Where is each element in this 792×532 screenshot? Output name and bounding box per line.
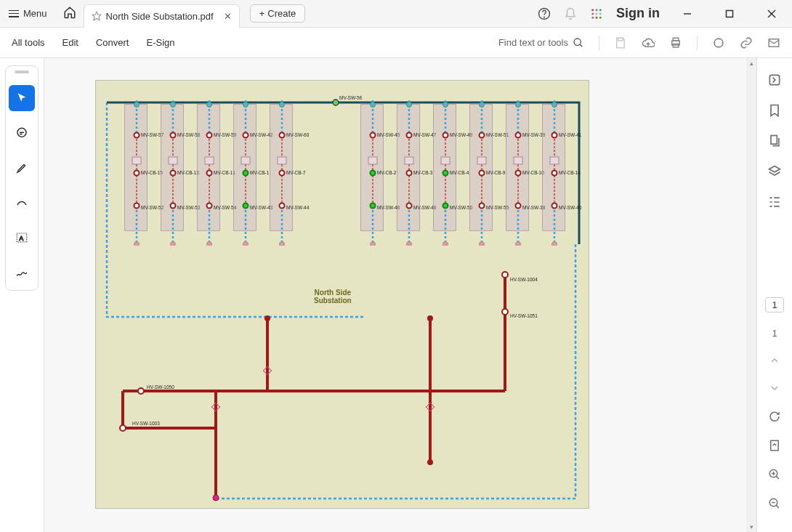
svg-point-47	[134, 242, 140, 246]
breaker-label: MV-CB-7	[286, 170, 305, 175]
bay: MV-SW-41 MV-CB-14 MV-SW-40	[542, 104, 565, 231]
svg-line-142	[776, 476, 779, 479]
bay: MV-SW-59 MV-CB-11 MV-SW-54	[197, 104, 220, 231]
maximize-button[interactable]	[715, 0, 744, 28]
switch-bot-label: MV-SW-44	[286, 205, 309, 210]
create-button[interactable]: + Create	[250, 4, 306, 23]
svg-point-82	[280, 203, 285, 209]
svg-point-87	[371, 102, 376, 108]
svg-rect-98	[405, 157, 413, 164]
svg-point-88	[371, 133, 376, 138]
page-up-icon[interactable]	[769, 355, 780, 366]
highlight-tool[interactable]	[9, 155, 35, 181]
tab-title: North Side Substation.pdf	[106, 11, 214, 22]
panel-handle[interactable]	[15, 70, 29, 73]
document-tab[interactable]: North Side Substation.pdf ✕	[84, 4, 240, 28]
edit-button[interactable]: Edit	[62, 37, 78, 48]
text-tool[interactable]: A	[9, 225, 35, 251]
svg-point-30	[502, 272, 508, 278]
pages-icon[interactable]	[767, 134, 782, 148]
svg-point-119	[480, 242, 485, 246]
svg-point-114	[480, 102, 485, 108]
divider	[697, 36, 698, 50]
layers-icon[interactable]	[767, 164, 782, 179]
breaker-label: MV-CB-11	[214, 170, 235, 175]
bay: MV-SW-42 MV-CB-1 MV-SW-43	[233, 104, 256, 231]
switch-top-label: MV-SW-60	[286, 132, 309, 137]
esign-button[interactable]: E-Sign	[146, 37, 174, 48]
zoom-out-icon[interactable]	[768, 497, 781, 510]
right-nav-rail: 1 1	[757, 58, 792, 532]
svg-point-74	[243, 242, 248, 246]
home-button[interactable]	[63, 6, 76, 21]
search-icon	[573, 37, 584, 49]
svg-point-43	[134, 133, 140, 138]
bell-icon[interactable]	[564, 7, 577, 20]
create-label: Create	[267, 8, 296, 19]
breaker-label: MV-CB-14	[559, 170, 581, 175]
link-icon[interactable]	[740, 36, 753, 49]
svg-point-28	[264, 315, 270, 321]
find-text-button[interactable]: Find text or tools	[498, 37, 584, 49]
svg-point-52	[171, 133, 176, 138]
sign-tool[interactable]	[9, 259, 35, 286]
svg-rect-53	[169, 157, 177, 164]
svg-marker-0	[92, 12, 101, 20]
svg-point-69	[243, 102, 248, 108]
svg-point-42	[134, 102, 140, 108]
breaker-label: MV-CB-9	[486, 170, 505, 175]
hv-switch-label: HV-SW-1051	[510, 313, 538, 318]
svg-point-127	[516, 203, 521, 209]
svg-point-99	[407, 171, 412, 176]
page-down-icon[interactable]	[769, 382, 780, 394]
svg-point-2	[544, 17, 545, 17]
scroll-down-icon[interactable]: ▾	[746, 522, 756, 532]
help-icon[interactable]	[538, 7, 551, 20]
scroll-up-icon[interactable]: ▴	[746, 58, 756, 68]
ai-icon[interactable]	[712, 36, 725, 49]
svg-point-100	[407, 203, 412, 209]
breaker-label: MV-CB-4	[450, 170, 469, 175]
rotate-icon[interactable]	[768, 410, 781, 423]
draw-tool[interactable]	[9, 190, 35, 216]
left-tool-rail: A	[0, 58, 44, 532]
svg-point-8	[599, 12, 602, 15]
vertical-scrollbar[interactable]: ▴ ▾	[746, 58, 756, 532]
switch-top-label: MV-SW-41	[559, 132, 581, 137]
page-number-input[interactable]: 1	[765, 297, 783, 313]
svg-point-105	[443, 102, 448, 108]
svg-rect-89	[368, 157, 377, 164]
titlebar: Menu North Side Substation.pdf ✕ + Creat…	[0, 0, 792, 28]
mail-icon[interactable]	[767, 36, 780, 49]
svg-point-124	[516, 133, 521, 138]
convert-button[interactable]: Convert	[96, 37, 129, 48]
bookmark-icon[interactable]	[767, 103, 782, 118]
svg-rect-20	[673, 38, 679, 41]
menu-button[interactable]: Menu	[0, 8, 56, 19]
all-tools-button[interactable]: All tools	[12, 37, 45, 48]
signin-button[interactable]: Sign in	[616, 6, 660, 21]
svg-point-46	[134, 203, 140, 209]
document-viewport[interactable]: MV-SW-57 MV-CB-15 MV-SW-52 MV-SW-58 MV-C…	[44, 58, 757, 532]
svg-point-61	[207, 133, 212, 138]
close-button[interactable]	[757, 0, 786, 28]
svg-rect-13	[727, 10, 733, 17]
save-icon[interactable]	[614, 36, 627, 49]
apps-icon[interactable]	[590, 7, 603, 20]
hv-switch-label: HV-SW-1050	[147, 384, 174, 390]
svg-rect-140	[771, 440, 779, 451]
select-tool[interactable]	[9, 85, 35, 111]
print-icon[interactable]	[669, 36, 682, 49]
minimize-button[interactable]	[673, 0, 702, 28]
svg-line-17	[580, 44, 582, 47]
svg-point-96	[407, 102, 412, 108]
zoom-in-icon[interactable]	[768, 468, 781, 481]
outline-icon[interactable]	[767, 195, 782, 209]
tab-close-button[interactable]: ✕	[224, 11, 232, 22]
main-area: A	[0, 58, 792, 532]
cloud-upload-icon[interactable]	[642, 36, 655, 49]
panel-toggle-icon[interactable]	[767, 73, 782, 87]
plus-icon: +	[259, 8, 265, 19]
fit-page-icon[interactable]	[768, 439, 781, 452]
comment-tool[interactable]	[9, 120, 35, 146]
